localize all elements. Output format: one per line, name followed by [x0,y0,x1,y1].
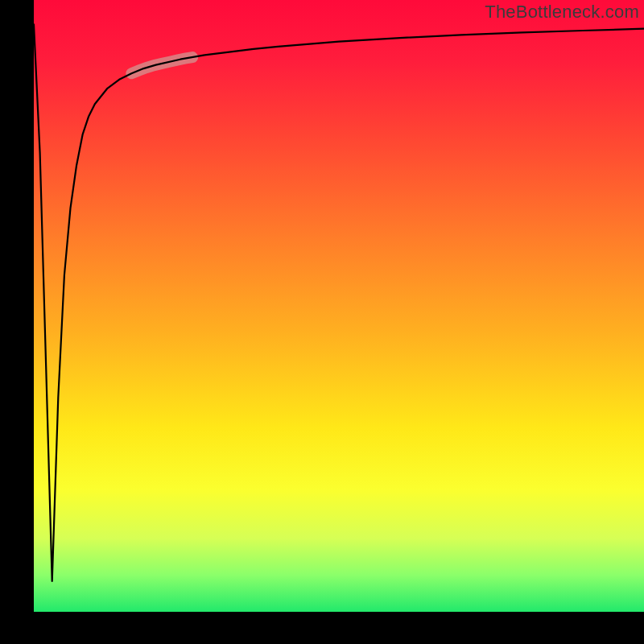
bottleneck-curve [34,24,644,581]
curve-svg [34,0,644,612]
chart-frame: TheBottleneck.com [0,0,644,644]
plot-area: TheBottleneck.com [34,0,644,612]
